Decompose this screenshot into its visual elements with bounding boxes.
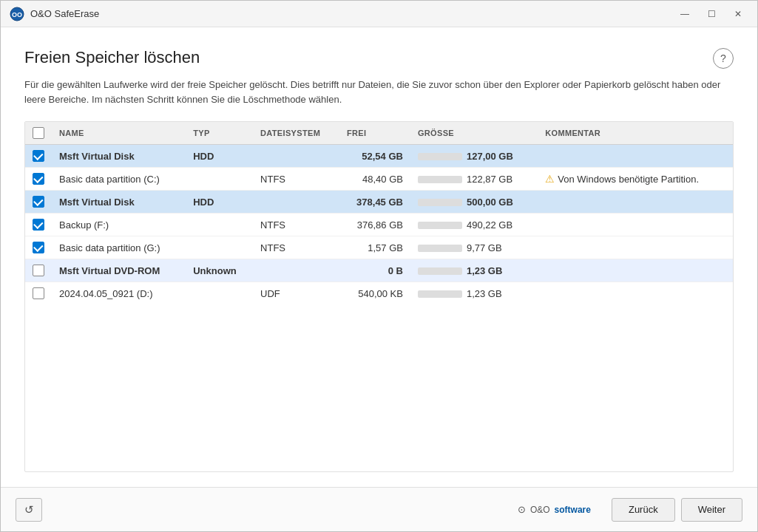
main-content: Freien Speicher löschen ? Für die gewähl… bbox=[1, 27, 757, 487]
row-checkbox[interactable] bbox=[33, 265, 44, 276]
row-typ bbox=[186, 282, 253, 305]
row-kommentar bbox=[538, 282, 733, 305]
row-frei: 48,40 GB bbox=[339, 168, 410, 191]
usage-bar bbox=[418, 199, 462, 206]
col-name: NAME bbox=[52, 122, 186, 145]
row-dateisystem: NTFS bbox=[253, 236, 339, 259]
row-name: Basic data partition (G:) bbox=[52, 236, 186, 259]
row-checkbox-cell bbox=[25, 191, 52, 214]
drive-table: NAME TYP DATEISYSTEM FREI GRÖSSE KOMMENT… bbox=[25, 122, 733, 304]
table-row: Msft Virtual DiskHDD378,45 GB500,00 GB bbox=[25, 191, 733, 214]
footer: ↺ ⊙ O&O software Zurück Weiter bbox=[1, 487, 757, 531]
app-logo: OO bbox=[10, 7, 24, 21]
row-dateisystem: UDF bbox=[253, 282, 339, 305]
row-kommentar bbox=[538, 191, 733, 214]
table-row: Basic data partition (C:)NTFS48,40 GB122… bbox=[25, 168, 733, 191]
svg-text:OO: OO bbox=[12, 11, 22, 18]
back-button[interactable]: Zurück bbox=[612, 498, 675, 522]
table-header-row: NAME TYP DATEISYSTEM FREI GRÖSSE KOMMENT… bbox=[25, 122, 733, 145]
row-typ: HDD bbox=[186, 191, 253, 214]
row-typ bbox=[186, 168, 253, 191]
refresh-button[interactable]: ↺ bbox=[16, 498, 42, 522]
row-name: Msft Virtual Disk bbox=[52, 191, 186, 214]
col-groesse: GRÖSSE bbox=[410, 122, 538, 145]
brand-name-prefix: O&O bbox=[530, 505, 550, 515]
row-typ bbox=[186, 236, 253, 259]
row-checkbox-cell bbox=[25, 259, 52, 282]
row-checkbox-cell bbox=[25, 145, 52, 168]
table-row: Msft Virtual DiskHDD52,54 GB127,00 GB bbox=[25, 145, 733, 168]
table-row: Msft Virtual DVD-ROMUnknown0 B1,23 GB bbox=[25, 259, 733, 282]
row-frei: 1,57 GB bbox=[339, 236, 410, 259]
row-checkbox[interactable] bbox=[33, 173, 44, 185]
row-groesse: 1,23 GB bbox=[410, 259, 538, 282]
brand-area: ⊙ O&O software bbox=[518, 504, 591, 515]
row-dateisystem: NTFS bbox=[253, 214, 339, 236]
col-dateisystem: DATEISYSTEM bbox=[253, 122, 339, 145]
row-typ: Unknown bbox=[186, 259, 253, 282]
row-frei: 52,54 GB bbox=[339, 145, 410, 168]
next-button[interactable]: Weiter bbox=[681, 498, 742, 522]
row-checkbox[interactable] bbox=[33, 242, 44, 253]
usage-bar bbox=[418, 222, 462, 229]
table-row: Basic data partition (G:)NTFS1,57 GB9,77… bbox=[25, 236, 733, 259]
row-checkbox[interactable] bbox=[33, 287, 44, 299]
table-body: Msft Virtual DiskHDD52,54 GB127,00 GBBas… bbox=[25, 145, 733, 305]
row-dateisystem bbox=[253, 145, 339, 168]
row-groesse: 490,22 GB bbox=[410, 214, 538, 236]
row-frei: 378,45 GB bbox=[339, 191, 410, 214]
usage-bar bbox=[418, 176, 462, 183]
row-checkbox[interactable] bbox=[33, 219, 44, 231]
window-controls: — ☐ ✕ bbox=[674, 5, 748, 23]
table-row: Backup (F:)NTFS376,86 GB490,22 GB bbox=[25, 214, 733, 236]
minimize-button[interactable]: — bbox=[674, 5, 695, 23]
row-dateisystem: NTFS bbox=[253, 168, 339, 191]
row-name: Backup (F:) bbox=[52, 214, 186, 236]
row-kommentar bbox=[538, 236, 733, 259]
row-groesse: 122,87 GB bbox=[410, 168, 538, 191]
app-window: OO O&O SafeErase — ☐ ✕ Freien Speicher l… bbox=[0, 0, 758, 532]
row-checkbox-cell bbox=[25, 282, 52, 305]
row-name: 2024.04.05_0921 (D:) bbox=[52, 282, 186, 305]
help-button[interactable]: ? bbox=[713, 48, 734, 69]
row-checkbox[interactable] bbox=[33, 196, 44, 208]
row-name: Basic data partition (C:) bbox=[52, 168, 186, 191]
brand-name-suffix: software bbox=[555, 505, 591, 515]
refresh-icon: ↺ bbox=[24, 503, 34, 516]
row-groesse: 1,23 GB bbox=[410, 282, 538, 305]
usage-bar bbox=[418, 290, 462, 298]
col-frei: FREI bbox=[339, 122, 410, 145]
row-checkbox-cell bbox=[25, 168, 52, 191]
row-checkbox-cell bbox=[25, 236, 52, 259]
row-checkbox[interactable] bbox=[33, 150, 44, 162]
row-frei: 0 B bbox=[339, 259, 410, 282]
row-groesse: 500,00 GB bbox=[410, 191, 538, 214]
col-typ: TYP bbox=[186, 122, 253, 145]
usage-bar bbox=[418, 153, 462, 160]
row-groesse: 9,77 GB bbox=[410, 236, 538, 259]
brand-logo-icon: ⊙ bbox=[518, 504, 526, 515]
row-kommentar bbox=[538, 259, 733, 282]
row-typ bbox=[186, 214, 253, 236]
close-button[interactable]: ✕ bbox=[728, 5, 748, 23]
usage-bar bbox=[418, 267, 462, 275]
page-description: Für die gewählten Laufwerke wird der fre… bbox=[24, 78, 734, 106]
footer-left: ↺ bbox=[16, 498, 42, 522]
titlebar: OO O&O SafeErase — ☐ ✕ bbox=[1, 1, 757, 27]
row-kommentar: ⚠Von Windows benötigte Partition. bbox=[538, 168, 733, 191]
row-checkbox-cell bbox=[25, 214, 52, 236]
row-frei: 376,86 GB bbox=[339, 214, 410, 236]
row-frei: 540,00 KB bbox=[339, 282, 410, 305]
table-row: 2024.04.05_0921 (D:)UDF540,00 KB1,23 GB bbox=[25, 282, 733, 305]
usage-bar bbox=[418, 245, 462, 252]
drive-table-wrapper: NAME TYP DATEISYSTEM FREI GRÖSSE KOMMENT… bbox=[24, 121, 734, 472]
page-title: Freien Speicher löschen bbox=[24, 48, 200, 67]
col-checkbox bbox=[25, 122, 52, 145]
row-name: Msft Virtual DVD-ROM bbox=[52, 259, 186, 282]
select-all-checkbox[interactable] bbox=[33, 127, 44, 139]
row-name: Msft Virtual Disk bbox=[52, 145, 186, 168]
warning-icon: ⚠ bbox=[545, 173, 555, 185]
row-groesse: 127,00 GB bbox=[410, 145, 538, 168]
maximize-button[interactable]: ☐ bbox=[701, 5, 722, 23]
row-dateisystem bbox=[253, 191, 339, 214]
